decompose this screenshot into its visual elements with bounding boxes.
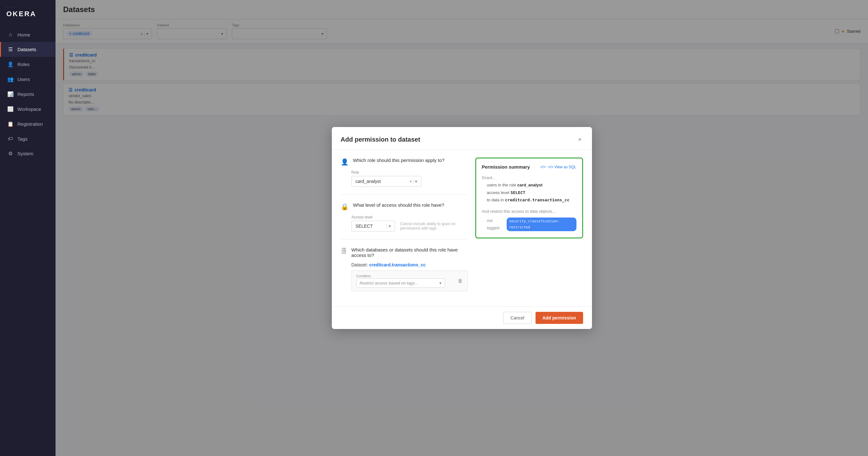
home-icon: ⌂	[7, 32, 13, 37]
role-section: 👤 Which role should this permission appl…	[341, 158, 468, 195]
sidebar-item-registration[interactable]: 📋Registration	[0, 117, 56, 132]
role-select-controls: × ▾	[409, 179, 417, 184]
restrict-label: And restrict this access to data objects…	[482, 208, 577, 215]
not-tagged-row: not tagged security_classification: rest…	[487, 217, 577, 232]
sidebar-logo: · · · OKERA	[0, 0, 56, 24]
role-question: Which role should this permission apply …	[353, 158, 444, 163]
summary-title: Permission summary	[482, 164, 530, 170]
workspace-icon: ⬜	[7, 106, 13, 112]
condition-box: Condition Restrict access based on tags.…	[351, 270, 468, 291]
tags-icon: 🏷	[7, 136, 13, 142]
summary-line2: access level SELECT	[487, 189, 577, 196]
database-icon: 🗄	[341, 248, 347, 255]
access-label: Access level	[351, 215, 468, 220]
registration-icon: 📋	[7, 121, 13, 127]
modal-left: 👤 Which role should this permission appl…	[341, 158, 468, 299]
sidebar-item-roles[interactable]: 👤Roles	[0, 57, 56, 72]
access-row: SELECT | ▾ Cannot include ability to gra…	[351, 221, 468, 231]
access-hint: Cannot include ability to grant on permi…	[400, 222, 467, 231]
sidebar-label-tags: Tags	[18, 136, 28, 142]
sidebar-nav: ⌂Home☰Datasets👤Roles👥Users📊Reports⬜Works…	[0, 24, 56, 164]
sidebar-label-datasets: Datasets	[18, 47, 36, 52]
summary-role: card_analyst	[518, 182, 543, 187]
sidebar-item-datasets[interactable]: ☰Datasets	[0, 42, 56, 57]
sidebar-item-home[interactable]: ⌂Home	[0, 27, 56, 42]
condition-select[interactable]: Restrict access based on tags... ▾	[356, 279, 445, 288]
access-expand-icon[interactable]: ▾	[389, 224, 391, 229]
role-clear-icon[interactable]: ×	[409, 179, 412, 184]
dataset-info: Dataset: creditcard.transactions_cc	[351, 262, 468, 267]
sidebar-label-reports: Reports	[18, 91, 34, 97]
summary-header: Permission summary </> </> View as SQL	[482, 164, 577, 170]
view-sql-label: </> View as SQL	[548, 165, 577, 169]
summary-dataset: creditcard.transactions_cc	[505, 198, 570, 202]
modal-body: 👤 Which role should this permission appl…	[332, 150, 592, 307]
view-sql-button[interactable]: </> </> View as SQL	[540, 165, 576, 169]
summary-access: SELECT	[510, 190, 525, 195]
access-value: SELECT	[355, 224, 373, 229]
sidebar-item-system[interactable]: ⚙System	[0, 146, 56, 161]
dataset-question: Which databases or datasets should this …	[351, 247, 468, 258]
role-field: Role card_analyst × ▾	[341, 170, 468, 187]
delete-condition-icon[interactable]: 🗑	[458, 278, 463, 284]
role-value: card_analyst	[355, 179, 381, 184]
sidebar-label-home: Home	[18, 32, 30, 37]
access-question: What level of access should this role ha…	[353, 202, 444, 208]
logo-dots: · · ·	[6, 6, 49, 9]
sidebar-item-tags[interactable]: 🏷Tags	[0, 132, 56, 146]
summary-line3: to data in creditcard.transactions_cc	[487, 196, 577, 204]
role-section-header: 👤 Which role should this permission appl…	[341, 158, 468, 166]
sidebar-label-registration: Registration	[18, 121, 43, 127]
role-selected-value: card_analyst	[355, 179, 381, 184]
access-section: 🔒 What level of access should this role …	[341, 202, 468, 239]
not-tagged-label: not tagged	[487, 217, 504, 232]
role-select[interactable]: card_analyst × ▾	[351, 176, 421, 187]
users-icon: 👥	[7, 76, 13, 82]
main-content: Datasets Databases × creditcard × | ▾ Da…	[56, 0, 868, 456]
role-label: Role	[351, 170, 468, 175]
sidebar-label-users: Users	[18, 77, 30, 82]
modal-footer: Cancel Add permission	[332, 307, 592, 329]
modal-overlay[interactable]: Add permission to dataset × 👤 Which role…	[56, 0, 868, 456]
access-section-header: 🔒 What level of access should this role …	[341, 202, 468, 210]
role-icon: 👤	[341, 158, 349, 166]
condition-expand-icon[interactable]: ▾	[439, 281, 442, 285]
restricted-tag: security_classification: restricted	[507, 218, 577, 231]
sidebar-item-workspace[interactable]: ⬜Workspace	[0, 102, 56, 117]
dataset-section: 🗄 Which databases or datasets should thi…	[341, 247, 468, 299]
sidebar-item-users[interactable]: 👥Users	[0, 72, 56, 87]
modal-header: Add permission to dataset ×	[332, 127, 592, 150]
grant-label: Grant...	[482, 174, 577, 181]
summary-restrict: And restrict this access to data objects…	[482, 208, 577, 232]
code-icon: </>	[540, 165, 546, 169]
sidebar-label-workspace: Workspace	[18, 106, 41, 112]
lock-icon: 🔒	[341, 203, 349, 210]
logo-text: OKERA	[6, 10, 36, 18]
condition-label: Condition	[356, 274, 445, 278]
dataset-label-text: Dataset:	[351, 262, 368, 267]
condition-inner: Condition Restrict access based on tags.…	[356, 274, 445, 288]
sidebar: · · · OKERA ⌂Home☰Datasets👤Roles👥Users📊R…	[0, 0, 56, 456]
summary-line1: users in the role card_analyst	[487, 181, 577, 189]
sidebar-item-reports[interactable]: 📊Reports	[0, 87, 56, 102]
cancel-button[interactable]: Cancel	[503, 312, 532, 324]
divider	[413, 179, 414, 184]
roles-icon: 👤	[7, 61, 13, 67]
system-icon: ⚙	[7, 150, 13, 156]
role-expand-icon[interactable]: ▾	[415, 179, 417, 184]
dataset-value: creditcard.transactions_cc	[369, 262, 426, 267]
summary-content: Grant... users in the role card_analyst …	[482, 174, 577, 232]
datasets-icon: ☰	[7, 46, 13, 52]
access-select[interactable]: SELECT | ▾	[351, 221, 395, 231]
add-permission-button[interactable]: Add permission	[535, 312, 583, 324]
modal-title: Add permission to dataset	[341, 136, 421, 143]
access-field: Access level SELECT | ▾ Cannot include	[341, 215, 468, 231]
modal-close-button[interactable]: ×	[577, 135, 583, 144]
sidebar-label-system: System	[18, 151, 33, 156]
condition-value: Restrict access based on tags...	[360, 281, 418, 285]
permission-summary: Permission summary </> </> View as SQL G…	[475, 158, 583, 238]
reports-icon: 📊	[7, 91, 13, 97]
dataset-section-header: 🗄 Which databases or datasets should thi…	[341, 247, 468, 258]
sidebar-label-roles: Roles	[18, 62, 30, 67]
add-permission-modal: Add permission to dataset × 👤 Which role…	[332, 127, 592, 329]
